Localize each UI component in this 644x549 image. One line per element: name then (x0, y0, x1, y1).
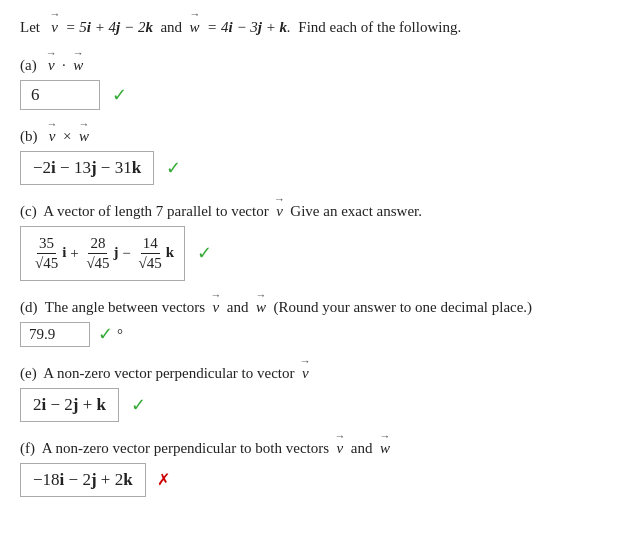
part-f-answer-row: −18i − 2j + 2k ✗ (20, 463, 624, 497)
part-c-frac-i-frac: 35 √45 (33, 235, 60, 272)
part-b-check-icon: ✓ (166, 158, 181, 178)
part-d: (d) The angle between vectors v and w (R… (20, 299, 624, 347)
part-f-answer-box[interactable]: −18i − 2j + 2k (20, 463, 146, 497)
part-e-label: (e) A non-zero vector perpendicular to v… (20, 365, 624, 382)
part-c-frac-k-frac: 14 √45 (137, 235, 164, 272)
part-c-frac-i: 35 √45 i (31, 235, 66, 272)
part-f: (f) A non-zero vector perpendicular to b… (20, 440, 624, 497)
part-a-answer-row: 6 ✓ (20, 80, 624, 110)
part-e: (e) A non-zero vector perpendicular to v… (20, 365, 624, 422)
instruction: Find each of the following. (298, 19, 461, 35)
part-f-cross-icon: ✗ (157, 471, 170, 488)
part-f-answer-value: −18i − 2j + 2k (33, 470, 133, 490)
part-e-answer-value: 2i − 2j + k (33, 395, 106, 415)
part-e-answer-box[interactable]: 2i − 2j + k (20, 388, 119, 422)
part-b-answer-row: −2i − 13j − 31k ✓ (20, 151, 624, 185)
w-vector: w = 4i − 3j + k. (190, 19, 295, 35)
part-b-v: v (49, 128, 56, 145)
part-b-w: w (79, 128, 89, 145)
part-a-v: v (48, 57, 55, 74)
part-f-label: (f) A non-zero vector perpendicular to b… (20, 440, 624, 457)
part-d-degree: ° (117, 326, 123, 343)
part-d-w: w (256, 299, 266, 316)
part-c-desc: (c) A vector of length 7 parallel to vec… (20, 203, 624, 220)
part-c-check-icon: ✓ (197, 243, 212, 263)
part-c: (c) A vector of length 7 parallel to vec… (20, 203, 624, 281)
part-c-v: v (276, 203, 283, 220)
v-arrow: v (51, 16, 58, 39)
part-d-and: and (227, 299, 249, 315)
part-f-w: w (380, 440, 390, 457)
part-d-desc: (d) The angle between vectors v and w (R… (20, 299, 624, 316)
statement-prefix: Let (20, 19, 40, 35)
part-d-answer-row: 79.9 ✓ ° (20, 322, 123, 347)
part-e-answer-row: 2i − 2j + k ✓ (20, 388, 624, 422)
part-c-frac-j-frac: 28 √45 (84, 235, 111, 272)
part-f-v: v (337, 440, 344, 457)
part-b-answer-box[interactable]: −2i − 13j − 31k (20, 151, 154, 185)
part-e-check-icon: ✓ (131, 395, 146, 415)
part-a-check-icon: ✓ (112, 85, 127, 105)
part-d-check-icon: ✓ (98, 323, 113, 345)
w-arrow: w (190, 16, 200, 39)
part-a-answer-value: 6 (31, 85, 40, 105)
part-c-answer-row: 35 √45 i + 28 √45 j − 14 √45 k ✓ (20, 226, 624, 281)
part-b-label: (b) v × w (20, 128, 624, 145)
part-d-answer-value: 79.9 (29, 326, 55, 342)
part-b-answer-value: −2i − 13j − 31k (33, 158, 141, 178)
v-vector: v = 5i + 4j − 2k (48, 19, 157, 35)
part-a-w: w (73, 57, 83, 74)
part-a: (a) v · w 6 ✓ (20, 57, 624, 110)
part-a-label: (a) v · w (20, 57, 624, 74)
part-d-v: v (213, 299, 220, 316)
part-c-frac-j: 28 √45 j (82, 235, 118, 272)
part-a-answer-box[interactable]: 6 (20, 80, 100, 110)
part-b: (b) v × w −2i − 13j − 31k ✓ (20, 128, 624, 185)
and-connector: and (160, 19, 182, 35)
part-f-and: and (351, 440, 373, 456)
problem-statement: Let v = 5i + 4j − 2k and w = 4i − 3j + k… (20, 16, 624, 39)
part-d-answer-box[interactable]: 79.9 (20, 322, 90, 347)
part-c-answer-box[interactable]: 35 √45 i + 28 √45 j − 14 √45 k (20, 226, 185, 281)
part-c-frac-k: 14 √45 k (135, 235, 175, 272)
part-e-v: v (302, 365, 309, 382)
